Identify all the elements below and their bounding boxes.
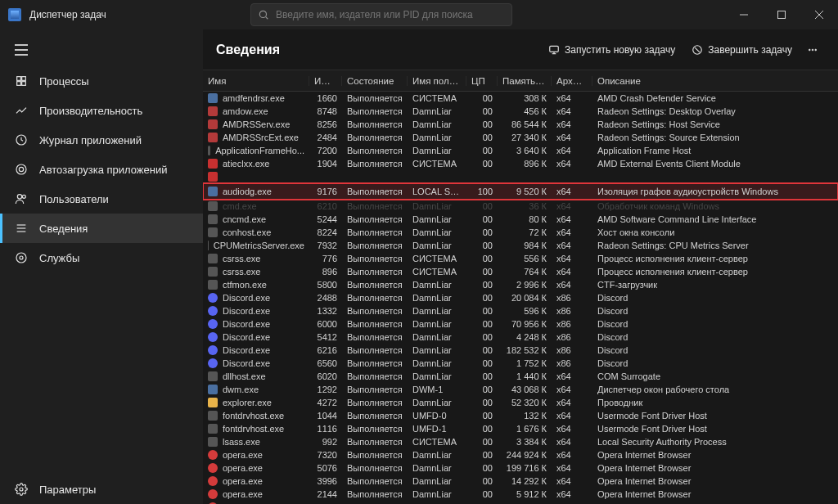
col-user[interactable]: Имя польз... bbox=[408, 76, 466, 86]
cell-mem: 556 К bbox=[498, 254, 552, 263]
cell-cpu: 00 bbox=[466, 358, 498, 368]
cell-user: UMFD-1 bbox=[408, 424, 466, 434]
col-name[interactable]: Имя bbox=[203, 76, 309, 86]
process-icon bbox=[208, 201, 218, 211]
sidebar-item-label: Параметры bbox=[39, 484, 96, 496]
sidebar-item-4[interactable]: Пользователи bbox=[0, 184, 203, 214]
table-row[interactable] bbox=[203, 170, 838, 183]
cell-mem: 9 520 К bbox=[498, 187, 552, 196]
cell-user: DamnLiar bbox=[408, 463, 466, 473]
table-row[interactable]: AMDRSSrcExt.exe2484ВыполняетсяDamnLiar00… bbox=[203, 131, 838, 144]
table-row[interactable]: opera.exe7320ВыполняетсяDamnLiar00244 92… bbox=[203, 448, 838, 461]
table-row[interactable]: Discord.exe2488ВыполняетсяDamnLiar0020 0… bbox=[203, 291, 838, 304]
table-row[interactable]: lsass.exe992ВыполняетсяСИСТЕМА003 384 Кx… bbox=[203, 435, 838, 448]
cell-arch: x64 bbox=[552, 146, 592, 155]
end-task-button[interactable]: Завершить задачу bbox=[683, 39, 800, 61]
sidebar-item-2[interactable]: Журнал приложений bbox=[0, 125, 203, 155]
cell-user: DamnLiar bbox=[408, 201, 466, 211]
cell-desc: Local Security Authority Process bbox=[592, 437, 838, 447]
close-button[interactable] bbox=[800, 0, 838, 29]
cell-name: lsass.exe bbox=[223, 437, 260, 447]
cell-mem: 132 К bbox=[498, 411, 552, 421]
cell-desc: Usermode Font Driver Host bbox=[592, 424, 838, 434]
cell-pid: 8748 bbox=[309, 106, 342, 116]
process-icon bbox=[208, 119, 218, 129]
cell-desc: Обработчик команд Windows bbox=[592, 201, 838, 211]
sidebar-item-0[interactable]: Процессы bbox=[0, 66, 203, 96]
table-row[interactable]: csrss.exe896ВыполняетсяСИСТЕМА00764 Кx64… bbox=[203, 265, 838, 278]
col-desc[interactable]: Описание bbox=[592, 76, 838, 86]
table-row[interactable]: Discord.exe6560ВыполняетсяDamnLiar001 75… bbox=[203, 357, 838, 370]
cell-user: UMFD-0 bbox=[408, 411, 466, 421]
table-row[interactable]: csrss.exe776ВыполняетсяСИСТЕМА00556 Кx64… bbox=[203, 252, 838, 265]
table-row[interactable]: conhost.exe8224ВыполняетсяDamnLiar0072 К… bbox=[203, 226, 838, 239]
cell-pid: 5076 bbox=[309, 463, 342, 473]
process-icon bbox=[208, 172, 218, 182]
search-input[interactable] bbox=[276, 9, 505, 20]
table-row[interactable]: opera.exe9180ВыполняетсяDamnLiar0016 376… bbox=[203, 501, 838, 504]
cell-pid: 2144 bbox=[309, 489, 342, 499]
users-icon bbox=[15, 192, 28, 205]
cell-pid: 5412 bbox=[309, 332, 342, 342]
minimize-button[interactable] bbox=[725, 0, 763, 29]
cell-pid: 7320 bbox=[309, 450, 342, 460]
table-row[interactable]: cncmd.exe5244ВыполняетсяDamnLiar0080 Кx6… bbox=[203, 213, 838, 226]
svg-point-28 bbox=[809, 49, 810, 51]
cell-arch: x64 bbox=[552, 241, 592, 250]
search-icon bbox=[258, 9, 269, 20]
cell-mem: 86 544 К bbox=[498, 119, 552, 129]
sidebar-item-5[interactable]: Сведения bbox=[0, 214, 203, 243]
table-row[interactable]: CPUMetricsServer.exe7932ВыполняетсяDamnL… bbox=[203, 239, 838, 252]
table-row[interactable]: fontdrvhost.exe1044ВыполняетсяUMFD-00013… bbox=[203, 409, 838, 422]
cell-pid: 776 bbox=[309, 254, 342, 263]
col-arch[interactable]: Архите... bbox=[552, 76, 592, 86]
table-row[interactable]: Discord.exe6216ВыполняетсяDamnLiar00182 … bbox=[203, 344, 838, 357]
process-icon bbox=[208, 463, 218, 473]
table-row[interactable]: ApplicationFrameHo...7200ВыполняетсяDamn… bbox=[203, 144, 838, 157]
cell-status: Выполняется bbox=[342, 214, 408, 224]
table-row[interactable]: dllhost.exe6020ВыполняетсяDamnLiar001 44… bbox=[203, 370, 838, 383]
cell-name: cncmd.exe bbox=[223, 214, 266, 224]
sidebar-item-6[interactable]: Службы bbox=[0, 243, 203, 272]
run-task-button[interactable]: Запустить новую задачу bbox=[540, 39, 683, 61]
table-row[interactable]: Discord.exe1332ВыполняетсяDamnLiar00596 … bbox=[203, 304, 838, 317]
table-row[interactable]: amdow.exe8748ВыполняетсяDamnLiar00456 Кx… bbox=[203, 105, 838, 118]
cell-name: Discord.exe bbox=[223, 319, 270, 329]
table-row[interactable]: dwm.exe1292ВыполняетсяDWM-10043 068 Кx64… bbox=[203, 383, 838, 396]
table-row[interactable]: atieclxx.exe1904ВыполняетсяСИСТЕМА00896 … bbox=[203, 157, 838, 170]
more-button[interactable] bbox=[800, 43, 825, 56]
cell-pid: 1904 bbox=[309, 159, 342, 169]
sidebar-item-3[interactable]: Автозагрузка приложений bbox=[0, 155, 203, 184]
table-row[interactable]: cmd.exe6210ВыполняетсяDamnLiar0036 Кx64О… bbox=[203, 200, 838, 213]
table-row[interactable]: opera.exe5076ВыполняетсяDamnLiar00199 71… bbox=[203, 461, 838, 475]
search-box[interactable] bbox=[250, 3, 512, 26]
menu-button[interactable] bbox=[0, 36, 203, 66]
table-row[interactable]: ctfmon.exe5800ВыполняетсяDamnLiar002 996… bbox=[203, 278, 838, 291]
table-row[interactable]: amdfendrsr.exe1660ВыполняетсяСИСТЕМА0030… bbox=[203, 92, 838, 105]
cell-desc: Radeon Settings: Source Extension bbox=[592, 133, 838, 142]
table-row[interactable]: AMDRSServ.exe8256ВыполняетсяDamnLiar0086… bbox=[203, 118, 838, 131]
table-row[interactable]: audiodg.exe9176ВыполняетсяLOCAL SE...100… bbox=[203, 183, 838, 200]
cell-pid: 896 bbox=[309, 267, 342, 277]
svg-point-29 bbox=[812, 49, 813, 51]
sidebar-item-1[interactable]: Производительность bbox=[0, 96, 203, 125]
col-cpu[interactable]: ЦП bbox=[466, 76, 498, 86]
table-row[interactable]: Discord.exe5412ВыполняетсяDamnLiar004 24… bbox=[203, 331, 838, 344]
table-header[interactable]: Имя ИД п... Состояние Имя польз... ЦП Па… bbox=[203, 70, 838, 92]
cell-mem: 4 248 К bbox=[498, 332, 552, 342]
cell-user: DamnLiar bbox=[408, 476, 466, 486]
svg-rect-3 bbox=[778, 11, 786, 19]
col-mem[interactable]: Память (а... bbox=[498, 76, 552, 86]
table-row[interactable]: opera.exe3996ВыполняетсяDamnLiar0014 292… bbox=[203, 475, 838, 488]
maximize-button[interactable] bbox=[763, 0, 800, 29]
table-row[interactable]: explorer.exe4272ВыполняетсяDamnLiar0052 … bbox=[203, 396, 838, 409]
table-row[interactable]: opera.exe2144ВыполняетсяDamnLiar005 912 … bbox=[203, 488, 838, 501]
cell-mem: 27 340 К bbox=[498, 133, 552, 142]
cell-cpu: 00 bbox=[466, 385, 498, 394]
table-row[interactable]: Discord.exe6000ВыполняетсяDamnLiar0070 9… bbox=[203, 317, 838, 331]
table-row[interactable]: fontdrvhost.exe1116ВыполняетсяUMFD-1001 … bbox=[203, 422, 838, 435]
col-status[interactable]: Состояние bbox=[342, 76, 408, 86]
svg-point-23 bbox=[20, 488, 23, 491]
col-pid[interactable]: ИД п... bbox=[309, 76, 342, 86]
sidebar-item-settings[interactable]: Параметры bbox=[0, 475, 203, 504]
